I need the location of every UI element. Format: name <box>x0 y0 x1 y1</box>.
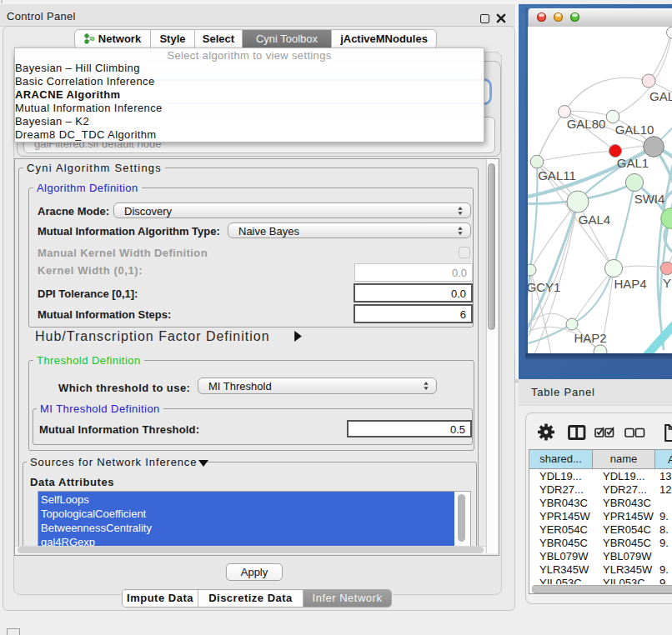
svg-text:GAL10: GAL10 <box>615 122 654 137</box>
svg-text:GCY1: GCY1 <box>528 280 560 294</box>
svg-text:Y: Y <box>663 276 671 290</box>
svg-text:GAL2: GAL2 <box>649 89 672 103</box>
svg-text:GAL11: GAL11 <box>538 168 576 182</box>
svg-text:GAL1: GAL1 <box>617 156 649 170</box>
svg-text:HAP4: HAP4 <box>614 277 646 291</box>
svg-text:SWI4: SWI4 <box>634 192 665 206</box>
svg-text:GAL4: GAL4 <box>579 212 610 227</box>
svg-text:GAL80: GAL80 <box>567 117 606 131</box>
svg-text:HAP2: HAP2 <box>574 331 606 345</box>
